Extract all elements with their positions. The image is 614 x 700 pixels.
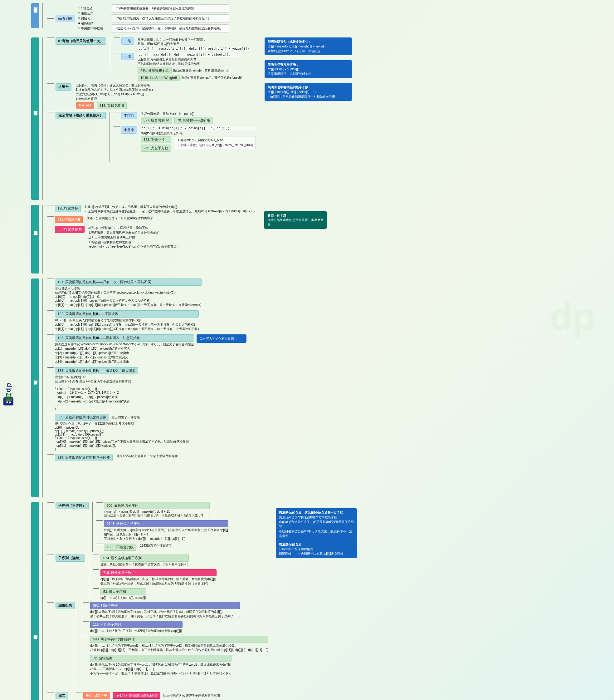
hb-hw [48, 692, 54, 692]
zuixiao-note: 两端for循环的先后顺序无所谓 [141, 131, 256, 136]
node-583: 583. 两个字符串的删除操作 [90, 636, 268, 643]
node-bulianjie: 子序列（不连续） [55, 502, 89, 509]
qiuzuhe-content: dp[i]表示：填满（包括）这么大的背包，有dp[i]种方法1.搞有物品的dp的… [76, 83, 153, 109]
pailie-content: 先背包再物品，要加上条件 j>= nums[i] 377. 组合总和 IV 70… [141, 112, 213, 124]
text-1143: dp[i][j]: 长度为[0, i-1]的字符串text1与长度为[0, j-… [104, 528, 228, 541]
row-309: 309. 最佳买卖股票时机含冷冻期 自己想出了一种方法 把i=0初始化后，从i=… [48, 414, 246, 451]
hb718 [93, 569, 99, 570]
hb300 [97, 502, 103, 503]
node-123: 123. 买卖股票的最佳时机III——最多两次，注意初始化 [55, 334, 194, 341]
c72: 72. 编辑距离 dp[i][j]表示以下标i-1为结尾的字符串word1，和以… [90, 655, 231, 676]
node-392: 392. 判断子序列 [90, 602, 240, 609]
content-123: 123. 买卖股票的最佳时机III——最多两次，注意初始化 要考虑这四种情况 v… [55, 334, 246, 364]
row-718: 718. 最长重复子数组 dp[i][j]：以下标i-1为结尾的A，和以下标j-… [93, 569, 217, 586]
note-309-self: 自己想出了一种方法 [112, 415, 140, 420]
hbz [114, 126, 120, 127]
qiuzuhe-note: dp[i]表示：填满（包括）这么大的背包，有dp[i]种方法1.搞有物品的dp的… [76, 83, 153, 101]
section-gupiao: 股票问题 121. 买卖股票的最佳时机——只有一次，两种结果：买与不买 贪心也是… [31, 278, 608, 497]
content-309: 309. 最佳买卖股票时机含冷冻期 自己想出了一种方法 把i=0初始化后，从i=… [55, 414, 189, 451]
annot-b1-l1: dp[j] = max(dp[j], dp[j - weight[i]] + v… [268, 44, 349, 49]
h-br [48, 37, 54, 38]
section-jichulun: 基础篇 引出方法论 dp五部曲 1.dp[]含义 2.递推公式 3.初始化 4.… [31, 3, 608, 33]
ziweilie-content: 子序列（不连续） 300. 最长递增子序列 if (nums[j] > nums… [48, 502, 269, 700]
node-dp5: dp五部曲 [55, 15, 75, 22]
annot-beibao3: 装满背包中有物品的最小个数： dp[j] = min(dp[j], dp[j -… [265, 83, 352, 101]
wanquan-types: 求排列 先背包再物品，要加上条件 j>= nums[i] 377. 组合总和 I… [114, 112, 256, 152]
node-322: 322. 零钱兑换 [141, 136, 171, 143]
hb647 [76, 692, 82, 692]
node-337: 337.打家劫舍 III [55, 226, 85, 233]
c674: 674. 最长连续递增子序列 连接，所以只能由前一个状态推导当前状态：dp[i … [101, 554, 189, 567]
text-337b: 1.确定递归函数的参数和返回值vector<int> robTree(TreeN… [88, 240, 178, 249]
cat-dagujin: 打家劫舍 [31, 205, 39, 274]
lianjie-content: 674. 最长连续递增子序列 连接，所以只能由前一个状态推导当前状态：dp[i … [93, 554, 217, 599]
1d-formula: dp[j] = max(dp[j], dp[j - weight[i]] + v… [138, 53, 242, 57]
01beibao-row: 01背包（物品只能使用一次） 二维 顺序无所谓，因为上一层的值不会被下一层覆盖，… [48, 37, 256, 81]
annot-zw-l1: 然后想到当前dp[i][j]是由哪个方向推出来的； [279, 515, 354, 520]
hb3 [48, 83, 54, 84]
pailierow: 求排列 先背包再物品，要加上条件 j>= nums[i] 377. 组合总和 I… [114, 112, 256, 124]
row-1035: 1035. 不相交的线 1143题忘了个外套罢了 [97, 543, 228, 551]
node-1049: 1049. lastStoneWeightII [138, 75, 180, 81]
node-279: 279. 完全平方数 [141, 145, 171, 152]
node-2d: 二维 [121, 37, 134, 45]
1d-problems: 416. 分割等和子集 物品的重量是nums[i]，其价值也是nums[i] [138, 67, 242, 74]
node-pailierow: 求排列 [121, 112, 137, 119]
node-647b: dp[i][j]表示区间范围[i,j]是否是回文 [113, 692, 161, 699]
c718: 718. 最长重复子数组 dp[i][j]：以下标i-1为结尾的A，和以下标j-… [101, 569, 217, 586]
node-121: 121. 买卖股票的最佳时机——只有一次，两种结果：买与不买 [55, 278, 202, 286]
dagujin-content: 198.打家劫舍 1. dp[i]: 考虑下标i（包括）以内的房屋，最多可以偷窃… [48, 205, 256, 249]
zuixiao-formula: dp[i][j] = min(dp[i][j - coins[i]] + 1, … [141, 126, 256, 130]
dp5-item3: 3.初始化 [78, 16, 103, 21]
c1143: 1143. 最长公共子序列 dp[i][j]: 长度为[0, i-1]的字符串t… [104, 520, 228, 541]
annot-b1-title: 能否装满背包（或最多装多少）： [268, 39, 349, 44]
annot-beibao2: 装满背包有几种方法： dp[j] += dp[j - nums[i]]; 注意遍… [265, 60, 352, 78]
vl2 [110, 37, 111, 69]
hb1035 [97, 543, 103, 544]
node-416: 416. 分割等和子集 [138, 67, 171, 74]
row-188: 188. 买卖股票的最佳时机IV——最多k次，奇买偶卖 注意j<2*k-1是因为… [48, 367, 246, 411]
huiwen-content: 647. 回文子串 dp[i][j]表示区间范围[i,j]是否是回文 注意相等的… [76, 692, 258, 700]
zuixiao-initnote: 1.要将min所以初始化为INT_MAX2.后续（注意）初始化化 if (dp[… [175, 136, 256, 149]
row-583: 583. 两个字符串的删除操作 dp[i][j]：以i-1为结尾的字符串word… [83, 636, 268, 652]
hb4 [48, 112, 54, 112]
page-wrapper: dp dp dp 青 基础篇 引出方法论 dp五部曲 1.dp[]含义 [0, 0, 614, 700]
huiwen-section: 回文 647. 回文子串 dp[i][j]表示区间范围[i,j]是否是回 [48, 692, 269, 700]
tree-type: 树形dp（树形dp心），两种结果：偷与不偷 [88, 226, 178, 230]
row-392: 392. 判断子序列 dp[i][j]表示以下标i-1为结尾的字符串s，和以下标… [83, 602, 268, 618]
jichulun-subnodes-row: dp五部曲 1.dp[]含义 2.递推公式 3.初始化 4.遍历顺序 5.举例推… [48, 4, 229, 33]
text-122: 和121唯一不同是买入的时候需要考虑之前卖出的利润dp[i - 1][1]dp[… [55, 318, 199, 331]
node-115: 115. 不同的子序列 [90, 621, 182, 628]
node-1143: 1143. 最长公共子序列 [104, 520, 228, 527]
content-188: 188. 买卖股票的最佳时机IV——最多k次，奇买偶卖 注意j<2*k-1是因为… [55, 367, 138, 411]
2d-formula: dp[i][j] = max(dp[i-1][j], dp[i-1][j-wei… [138, 47, 252, 51]
row-198: 198.打家劫舍 1. dp[i]: 考虑下标i（包括）以内的房屋，最多可以偷窃… [48, 205, 256, 214]
node-647: 647. 回文子串 [83, 692, 110, 699]
note1: （1和4的作用越来越重要，4的重要性在背包问题尤为突出） [111, 4, 229, 12]
node-qiuzuhe: 求组合 [55, 83, 72, 90]
hb1143 [97, 520, 103, 521]
text-309: 把i=0初始化后，从i=2开始，在122题的基础上考虑冷却期dp[0] = -p… [55, 422, 189, 451]
c647: 647. 回文子串 dp[i][j]表示区间范围[i,j]是否是回文 注意相等的… [83, 692, 258, 700]
node-518: 518. 零钱兑换 II [97, 102, 127, 109]
node-lianjie: 子序列（连续） [55, 554, 85, 562]
pailie-probs: 377. 组合总和 IV 70. 爬楼梯——进阶版 [141, 117, 213, 124]
dp5-item1: 1.dp[]含义 [78, 6, 103, 11]
hb-337 [48, 226, 54, 226]
row-647: 647. 回文子串 dp[i][j]表示区间范围[i,j]是否是回文 注意相等的… [76, 692, 258, 700]
v-line-beibao [42, 37, 43, 200]
node-188: 188. 买卖股票的最佳时机IV——最多k次，奇买偶卖 [55, 367, 138, 374]
dp5-items: 1.dp[]含义 2.递推公式 3.初始化 4.遍历顺序 5.举例推导dp数组 [78, 6, 103, 30]
row-122: 122. 买卖股票的最佳时机II——不限次数 和121唯一不同是买入的时候需要考… [48, 310, 246, 331]
text-213: 成环，分首尾情况讨论！可以把rob操作抽离出来 [87, 216, 153, 221]
dp5-item5: 5.举例推导dp数组 [78, 26, 103, 30]
hb121 [48, 278, 54, 279]
annot-b2-title: 装满背包有几种方法： [268, 62, 349, 67]
wanquanbeibao-row: 完全背包（物品可重复使用） 求排列 先背包再物品，要加上条件 j>= nums[… [48, 112, 256, 162]
1d-content: dp[j] = max(dp[j], dp[j - weight[i]] + v… [138, 53, 242, 81]
vl-lj [89, 554, 90, 598]
c300: 300. 最长递增子序列 if (nums[j] > nums[i]) dp[i… [104, 502, 210, 518]
jichulun-content: dp五部曲 1.dp[]含义 2.递推公式 3.初始化 4.遍历顺序 5.举例推… [48, 4, 229, 33]
row-300: 300. 最长递增子序列 if (nums[j] > nums[i]) dp[i… [97, 502, 228, 518]
node-72: 72. 编辑距离 [90, 655, 231, 662]
